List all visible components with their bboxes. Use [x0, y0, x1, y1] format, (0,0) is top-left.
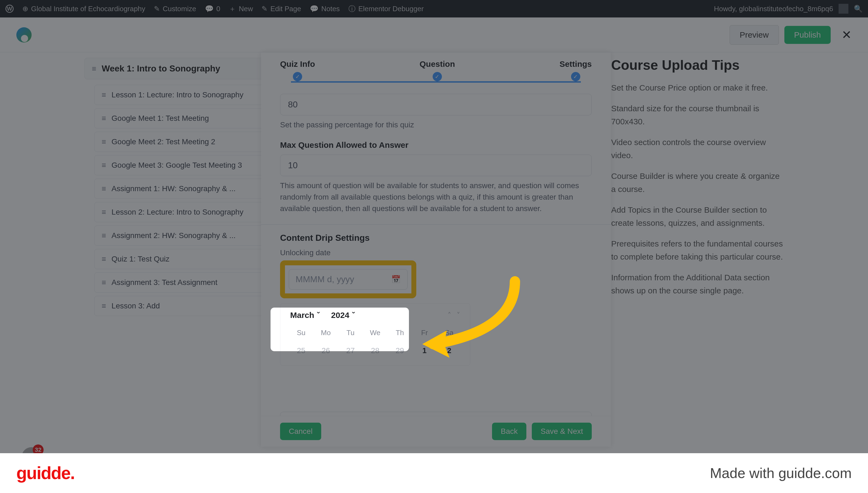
drag-icon[interactable]: ≡ — [101, 184, 106, 193]
date-picker: March ˇ 2024 ˇ ˄ ˅ SuMoTuWeThFrSa2526272… — [280, 303, 470, 366]
dow-label: We — [364, 326, 386, 339]
calendar-day[interactable]: 28 — [364, 343, 386, 358]
drag-icon[interactable]: ≡ — [101, 114, 106, 123]
passing-percentage-input[interactable]: 80 — [280, 94, 592, 115]
calendar-day[interactable]: 2 — [438, 343, 460, 358]
tips-panel: Course Upload Tips Set the Course Price … — [611, 52, 783, 319]
date-highlight: MMMM d, yyyy 📅 — [280, 260, 416, 298]
dow-label: Su — [290, 326, 312, 339]
lesson-item[interactable]: ≡Lesson 3: Add — [94, 296, 284, 316]
chevron-down-icon: ˇ — [317, 310, 320, 320]
back-button[interactable]: Back — [492, 423, 526, 440]
drag-icon[interactable]: ≡ — [101, 90, 106, 99]
lesson-label: Assignment 2: HW: Sonography & ... — [111, 231, 235, 240]
maxq-help: This amount of question will be availabl… — [280, 180, 592, 214]
calendar-day[interactable]: 1 — [414, 343, 436, 358]
calendar-day[interactable]: 25 — [290, 343, 312, 358]
lesson-item[interactable]: ≡Lesson 2: Lecture: Intro to Sonography — [94, 202, 284, 222]
step-quiz-info[interactable]: Quiz Info — [280, 60, 315, 69]
lesson-item[interactable]: ≡Assignment 3: Test Assignment — [94, 273, 284, 293]
lesson-label: Assignment 3: Test Assignment — [111, 278, 218, 287]
unlock-label: Unlocking date — [280, 249, 592, 257]
editor-topbar: Preview Publish ✕ — [0, 18, 868, 52]
save-next-button[interactable]: Save & Next — [532, 423, 592, 440]
made-with-text: Made with guidde.com — [710, 465, 852, 481]
month-selector[interactable]: March ˇ — [290, 310, 320, 320]
dow-label: Th — [389, 326, 411, 339]
drag-icon[interactable]: ≡ — [101, 161, 106, 170]
drip-title: Content Drip Settings — [280, 233, 592, 243]
customize-link[interactable]: ✎ Customize — [154, 5, 196, 13]
wp-logo[interactable]: W — [5, 5, 14, 13]
lesson-item[interactable]: ≡Lesson 1: Lecture: Intro to Sonography — [94, 85, 284, 105]
chevron-down-icon: ˇ — [352, 310, 355, 320]
passing-help: Set the passing percentage for this quiz — [280, 119, 592, 131]
week-title: Week 1: Intro to Sonography — [101, 64, 220, 73]
maxq-label: Max Question Allowed to Answer — [280, 141, 592, 150]
notes-link[interactable]: 💬 Notes — [310, 5, 340, 13]
wp-admin-bar: W ⊕ Global Institute of Echocardiography… — [0, 0, 868, 18]
course-sidebar: ≡ Week 1: Intro to Sonography ≡Lesson 1:… — [85, 52, 284, 319]
drag-icon[interactable]: ≡ — [101, 231, 106, 240]
lesson-label: Lesson 2: Lecture: Intro to Sonography — [111, 208, 243, 216]
lesson-label: Lesson 1: Lecture: Intro to Sonography — [111, 90, 243, 99]
dow-label: Tu — [340, 326, 362, 339]
howdy-text[interactable]: Howdy, globalinstituteofecho_8m6pq6 — [714, 5, 833, 13]
site-name[interactable]: ⊕ Global Institute of Echocardiography — [22, 5, 145, 13]
lesson-label: Google Meet 2: Test Meeting 2 — [111, 137, 215, 146]
dow-label: Sa — [438, 326, 460, 339]
lesson-item[interactable]: ≡Google Meet 1: Test Meeting — [94, 108, 284, 128]
user-avatar[interactable] — [839, 4, 848, 14]
week-header[interactable]: ≡ Week 1: Intro to Sonography — [85, 58, 284, 79]
unlock-date-input[interactable]: MMMM d, yyyy 📅 — [289, 269, 408, 290]
lesson-label: Assignment 1: HW: Sonography & ... — [111, 184, 235, 193]
new-link[interactable]: ＋ New — [229, 4, 253, 14]
preview-button[interactable]: Preview — [730, 25, 779, 45]
guidde-footer: guidde. Made with guidde.com — [0, 453, 868, 493]
next-month-icon[interactable]: ˅ — [457, 311, 460, 320]
year-selector[interactable]: 2024 ˇ — [331, 310, 355, 320]
prev-month-icon[interactable]: ˄ — [448, 311, 451, 320]
drag-icon[interactable]: ≡ — [101, 302, 106, 310]
quiz-settings-modal: Quiz Info✓ Question✓ Settings✓ 80 Set th… — [261, 52, 611, 447]
lesson-label: Google Meet 1: Test Meeting — [111, 114, 209, 123]
calendar-day[interactable]: 27 — [340, 343, 362, 358]
drag-icon[interactable]: ≡ — [101, 137, 106, 146]
lesson-item[interactable]: ≡Quiz 1: Test Quiz — [94, 249, 284, 269]
calendar-day[interactable]: 29 — [389, 343, 411, 358]
step-settings[interactable]: Settings — [559, 60, 592, 69]
step-question[interactable]: Question — [419, 60, 455, 69]
guidde-logo: guidde. — [16, 463, 75, 483]
edit-page-link[interactable]: ✎ Edit Page — [261, 5, 301, 13]
comments-link[interactable]: 💬 0 — [205, 5, 220, 13]
tips-title: Course Upload Tips — [611, 57, 783, 73]
lesson-item[interactable]: ≡Google Meet 3: Google Test Meeting 3 — [94, 155, 284, 175]
cancel-button[interactable]: Cancel — [280, 423, 321, 440]
dow-label: Fr — [414, 326, 436, 339]
lesson-item[interactable]: ≡Google Meet 2: Test Meeting 2 — [94, 132, 284, 152]
close-icon[interactable]: ✕ — [842, 28, 852, 42]
site-logo[interactable] — [16, 27, 31, 43]
lesson-label: Quiz 1: Test Quiz — [111, 255, 169, 263]
max-question-input[interactable]: 10 — [280, 155, 592, 176]
calendar-icon[interactable]: 📅 — [391, 275, 401, 284]
lesson-label: Google Meet 3: Google Test Meeting 3 — [111, 161, 242, 170]
drag-icon[interactable]: ≡ — [101, 255, 106, 263]
elementor-debugger[interactable]: ⓘ Elementor Debugger — [348, 4, 424, 14]
lesson-item[interactable]: ≡Assignment 1: HW: Sonography & ... — [94, 178, 284, 199]
publish-button[interactable]: Publish — [784, 26, 831, 44]
drag-icon[interactable]: ≡ — [101, 208, 106, 216]
calendar-day[interactable]: 26 — [315, 343, 337, 358]
drag-icon[interactable]: ≡ — [101, 278, 106, 287]
dow-label: Mo — [315, 326, 337, 339]
lesson-item[interactable]: ≡Assignment 2: HW: Sonography & ... — [94, 226, 284, 246]
date-placeholder: MMMM d, yyyy — [296, 274, 354, 284]
drag-icon[interactable]: ≡ — [92, 64, 96, 73]
search-icon[interactable]: 🔍 — [854, 5, 863, 13]
lesson-label: Lesson 3: Add — [111, 302, 160, 310]
